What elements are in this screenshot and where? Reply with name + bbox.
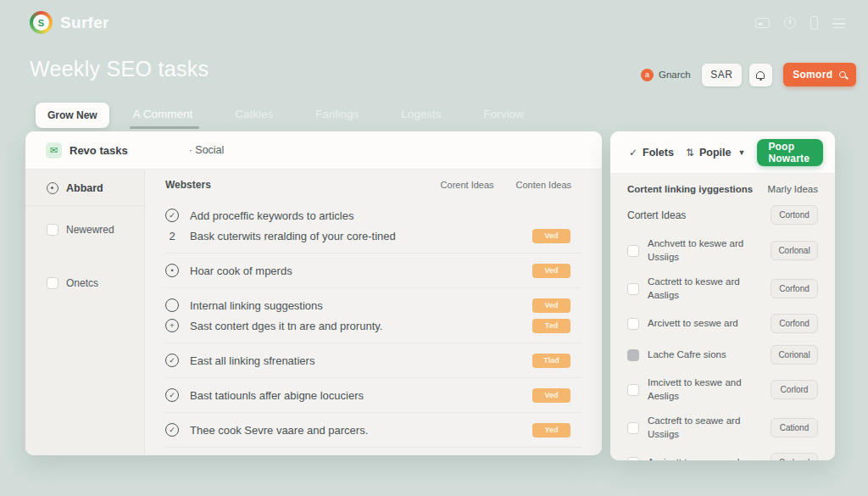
- suggestion-action-button[interactable]: Cationd: [771, 418, 818, 437]
- tab-logests[interactable]: Logests: [399, 103, 442, 129]
- sar-button[interactable]: SAR: [702, 64, 742, 86]
- suggestion-action-button[interactable]: Corional: [771, 345, 818, 365]
- primary-action-label: Somord: [793, 69, 832, 81]
- task-text: Sast contert dges it tn are and prorunty…: [190, 320, 521, 332]
- notifications-button[interactable]: [749, 64, 772, 86]
- suggestion-text: Lache Cafre sions: [648, 348, 762, 362]
- search-icon: [839, 71, 846, 78]
- sidebar-filter-label: Onetcs: [66, 277, 98, 289]
- task-group: ✓Lant aantlab banarinaVed: [165, 447, 581, 455]
- task-group: ✓Thee cook Sevre vaare and parcers.Yed: [165, 412, 581, 447]
- suggestions-panel: ✓ Folets ⇅ Popile ▼ Poop Nowarte Cortent…: [610, 131, 835, 460]
- task-status-badge[interactable]: Ved: [532, 298, 570, 313]
- suggestion-item: Imcivett to keswe and AesligsCorlord: [627, 371, 818, 409]
- clock-icon: •: [165, 264, 179, 277]
- column-conten-ideas: Conten Ideas: [516, 180, 571, 190]
- task-text: Thee cook Sevre vaare and parcers.: [190, 424, 521, 437]
- checkbox[interactable]: [627, 349, 639, 361]
- list-icon[interactable]: [832, 19, 845, 28]
- checkbox[interactable]: [47, 277, 58, 289]
- tasks-column-header: Websters Corent Ideas Conten Ideas: [165, 171, 581, 198]
- check-icon: ✓: [165, 423, 179, 437]
- browser-icon[interactable]: [755, 18, 770, 28]
- search-badge-icon: a: [641, 69, 654, 81]
- task-row[interactable]: ✓East all linking sfrenatiersTlad: [165, 350, 581, 371]
- chevron-down-icon: ▼: [737, 148, 745, 157]
- task-row[interactable]: •Hoar cook of mperdsVed: [165, 260, 581, 281]
- task-group: ✓Add proceffic keywords to articles2Bask…: [165, 198, 581, 253]
- suggestion-action-button[interactable]: Corlord: [771, 380, 818, 399]
- task-status-badge[interactable]: Ved: [532, 229, 570, 243]
- header-actions: a Gnarch SAR Somord: [641, 63, 856, 86]
- suggestion-text: Arcivett to seswe ard: [648, 317, 762, 331]
- sort-icon: ⇅: [686, 147, 694, 159]
- bell-icon: [756, 71, 765, 79]
- task-row[interactable]: ✓Lant aantlab banarinaVed: [165, 454, 581, 455]
- folets-filter[interactable]: ✓ Folets: [629, 147, 674, 159]
- task-text: Internal linking suggestions: [190, 299, 521, 312]
- checkbox[interactable]: [627, 283, 639, 295]
- popile-dropdown[interactable]: ⇅ Popile ▼: [686, 147, 746, 159]
- checkbox[interactable]: [627, 384, 639, 396]
- task-row[interactable]: 2Bask cuterwits reralding of your core-t…: [165, 226, 581, 246]
- poop-nowarte-button[interactable]: Poop Nowarte: [757, 139, 823, 166]
- brand: S Surfer: [30, 11, 109, 34]
- check-icon: ✓: [165, 209, 179, 222]
- tab-a-comment[interactable]: A Comment: [131, 103, 195, 129]
- checkbox[interactable]: [627, 457, 639, 460]
- sidebar-item-abbard[interactable]: Abbard: [25, 170, 144, 206]
- tasks-panel: ✉ Revo tasks · Social Abbard NewewredOne…: [25, 131, 602, 455]
- history-icon[interactable]: [784, 17, 796, 29]
- task-text: East all linking sfrenatiers: [190, 354, 521, 367]
- cortond-button[interactable]: Cortond: [771, 205, 818, 225]
- primary-action-button[interactable]: Somord: [783, 63, 856, 86]
- suggestion-item: Cactrett to keswe ard AasligsCorfond: [627, 270, 818, 308]
- task-row[interactable]: ✓Add proceffic keywords to articles: [165, 205, 581, 226]
- tab-fanlings[interactable]: Fanlings: [314, 103, 360, 129]
- check-icon: ✓: [165, 354, 179, 367]
- tasks-panel-title-group: ✉ Revo tasks: [46, 142, 128, 159]
- checkbox[interactable]: [627, 422, 639, 434]
- task-row[interactable]: ✓Thee cook Sevre vaare and parcers.Yed: [165, 420, 581, 440]
- tab-forviow[interactable]: Forviow: [482, 103, 526, 129]
- suggestion-text: Imcivett to keswe and Aesligs: [648, 376, 762, 403]
- suggestion-action-button[interactable]: Corlonsl: [771, 453, 818, 460]
- suggestion-action-button[interactable]: Corlonal: [771, 241, 818, 260]
- grow-new-button[interactable]: Grow New: [36, 103, 109, 128]
- suggestion-action-button[interactable]: Corfond: [771, 314, 818, 333]
- sidebar-item-label: Abbard: [66, 182, 103, 194]
- task-status-badge[interactable]: Tlad: [532, 354, 570, 368]
- checkbox[interactable]: [627, 318, 639, 330]
- checkbox[interactable]: [47, 224, 58, 236]
- tasks-panel-body: Abbard NewewredOnetcs Websters Corent Id…: [25, 170, 602, 455]
- suggestion-item: Lache Cafre sionsCorional: [627, 339, 818, 371]
- plus-icon: +: [165, 319, 179, 332]
- sidebar-filter-onetcs[interactable]: Onetcs: [25, 277, 144, 289]
- tab-catkles[interactable]: Catkles: [233, 103, 275, 129]
- search-shortcut[interactable]: a Gnarch: [641, 69, 691, 81]
- num2-icon: 2: [165, 229, 179, 242]
- tasks-panel-header: ✉ Revo tasks · Social: [25, 131, 602, 170]
- task-status-badge[interactable]: Ved: [532, 388, 570, 403]
- checkbox[interactable]: [627, 245, 639, 257]
- task-groups: ✓Add proceffic keywords to articles2Bask…: [165, 198, 581, 455]
- task-row[interactable]: +Sast contert dges it tn are and prorunt…: [165, 315, 581, 336]
- suggestion-action-button[interactable]: Corfond: [771, 279, 818, 298]
- task-status-badge[interactable]: Ted: [532, 319, 570, 333]
- suggestion-item: Anchvett to keswe ard UssiigsCorlonal: [627, 231, 818, 270]
- mobile-icon[interactable]: [810, 16, 818, 30]
- sidebar-filter-newewred[interactable]: Newewred: [25, 224, 144, 236]
- task-row[interactable]: Internal linking suggestionsVed: [165, 295, 581, 315]
- surfer-logo-icon: S: [30, 11, 53, 34]
- task-status-badge[interactable]: Yed: [532, 423, 570, 437]
- compass-icon: [47, 182, 58, 194]
- check-icon: ✓: [629, 147, 637, 159]
- tabs-row: Grow New A CommentCatklesFanlingsLogests…: [36, 103, 526, 128]
- column-websters: Websters: [165, 179, 441, 191]
- task-row[interactable]: ✓Bast tatiounls affer abigne locuciersVe…: [165, 385, 581, 405]
- suggestions-section-title: Cortent linking iyggestions: [627, 184, 753, 194]
- tasks-panel-subtitle: · Social: [189, 144, 225, 156]
- task-group: Internal linking suggestionsVed+Sast con…: [165, 287, 581, 343]
- task-status-badge[interactable]: Ved: [532, 264, 570, 278]
- task-text: Bask cuterwits reralding of your core-ti…: [190, 230, 521, 242]
